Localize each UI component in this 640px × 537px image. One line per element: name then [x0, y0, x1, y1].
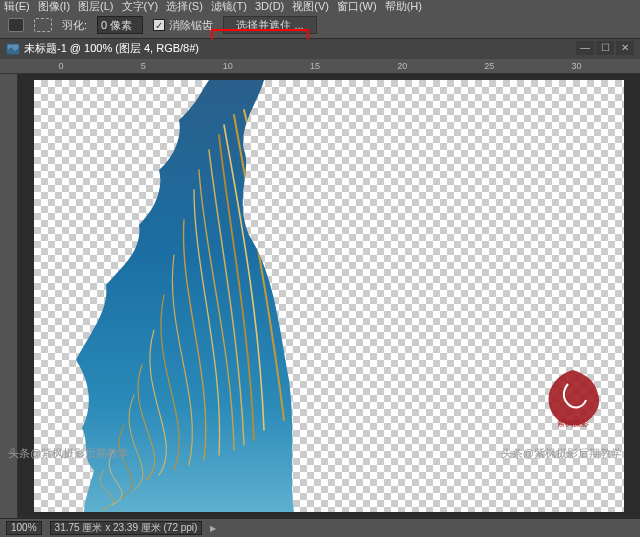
- ruler-tick: 30: [571, 61, 581, 71]
- tool-thumb-icon[interactable]: [8, 18, 24, 32]
- menu-filter[interactable]: 滤镜(T): [211, 0, 247, 13]
- menu-3d[interactable]: 3D(D): [255, 0, 284, 13]
- menu-layer[interactable]: 图层(L): [78, 0, 113, 13]
- ruler-tick: 0: [59, 61, 64, 71]
- zoom-level[interactable]: 100%: [6, 521, 42, 535]
- ruler-tick: 20: [397, 61, 407, 71]
- menu-image[interactable]: 图像(I): [38, 0, 70, 13]
- svg-text:紫枫摄影: 紫枫摄影: [557, 419, 589, 428]
- ruler-tick: 15: [310, 61, 320, 71]
- document-dimensions[interactable]: 31.75 厘米 x 23.39 厘米 (72 ppi): [50, 521, 203, 535]
- select-and-mask-button[interactable]: 选择并遮住 ...: [223, 16, 317, 34]
- minimize-button[interactable]: —: [576, 41, 594, 55]
- antialias-label: 消除锯齿: [169, 18, 213, 33]
- close-button[interactable]: ✕: [616, 41, 634, 55]
- menu-type[interactable]: 文字(Y): [122, 0, 159, 13]
- menu-view[interactable]: 视图(V): [292, 0, 329, 13]
- options-bar: 羽化: ✓ 消除锯齿 选择并遮住 ...: [0, 13, 640, 38]
- horizontal-ruler[interactable]: 0 5 10 15 20 25 30: [0, 59, 640, 74]
- canvas-area: 紫枫摄影 头条@紫枫摄影后期教学 头条@紫枫摄影后期教学: [0, 74, 640, 518]
- document-tab-bar: 未标题-1 @ 100% (图层 4, RGB/8#) — ☐ ✕: [0, 39, 640, 60]
- menu-select[interactable]: 选择(S): [166, 0, 203, 13]
- feather-input[interactable]: [97, 16, 143, 34]
- document-icon: [6, 43, 20, 55]
- watermark-bottom-left: 头条@紫枫摄影后期教学: [8, 446, 129, 461]
- menu-help[interactable]: 帮助(H): [385, 0, 422, 13]
- watermark-bottom-right: 头条@紫枫摄影后期教学: [501, 446, 622, 461]
- ruler-tick: 10: [223, 61, 233, 71]
- watermark-stamp: 紫枫摄影: [540, 366, 606, 432]
- antialias-checkbox[interactable]: ✓ 消除锯齿: [153, 18, 213, 33]
- menu-bar[interactable]: 辑(E) 图像(I) 图层(L) 文字(Y) 选择(S) 滤镜(T) 3D(D)…: [0, 0, 640, 13]
- ruler-tick: 25: [484, 61, 494, 71]
- menu-window[interactable]: 窗口(W): [337, 0, 377, 13]
- status-arrow-icon[interactable]: ▶: [210, 524, 216, 533]
- document-title[interactable]: 未标题-1 @ 100% (图层 4, RGB/8#): [24, 41, 199, 56]
- menu-edit[interactable]: 辑(E): [4, 0, 30, 13]
- maximize-button[interactable]: ☐: [596, 41, 614, 55]
- feather-label: 羽化:: [62, 18, 87, 33]
- window-controls: — ☐ ✕: [576, 41, 634, 55]
- ruler-tick: 5: [141, 61, 146, 71]
- checkbox-checked-icon: ✓: [153, 19, 165, 31]
- status-bar: 100% 31.75 厘米 x 23.39 厘米 (72 ppi) ▶: [0, 518, 640, 537]
- new-selection-icon[interactable]: [34, 18, 52, 32]
